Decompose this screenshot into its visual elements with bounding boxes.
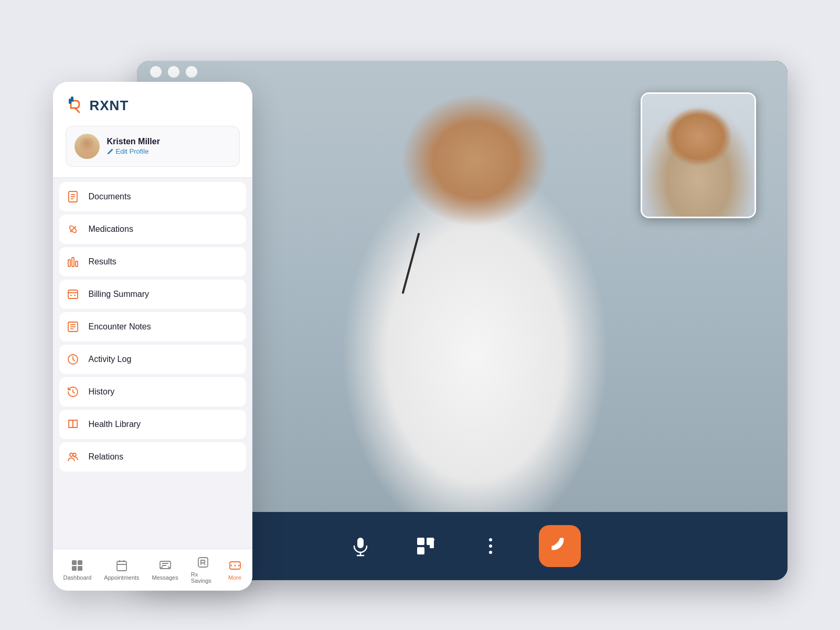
messages-nav-label: Messages (152, 574, 178, 581)
appointments-nav-icon (115, 559, 129, 572)
window-dot-3[interactable] (186, 66, 197, 78)
svg-line-19 (70, 226, 76, 232)
window-chrome (150, 66, 197, 78)
health-library-label: Health Library (89, 420, 141, 429)
svg-rect-21 (72, 258, 74, 266)
menu-list: Documents Medications (53, 178, 252, 479)
menu-item-history[interactable]: History (59, 377, 246, 407)
rx-savings-nav-label: Rx Savings (191, 571, 216, 584)
svg-point-48 (238, 565, 239, 567)
nav-rx-savings[interactable]: Rx Savings (185, 551, 222, 588)
user-info: Kristen Miller Edit Profile (107, 137, 231, 155)
menu-item-billing[interactable]: Billing Summary (59, 280, 246, 309)
menu-item-medications[interactable]: Medications (59, 215, 246, 244)
layout-button[interactable] (409, 529, 442, 563)
svg-rect-35 (78, 560, 82, 565)
edit-profile-link[interactable]: Edit Profile (107, 147, 231, 155)
svg-point-46 (230, 565, 232, 567)
billing-icon (66, 287, 80, 302)
svg-rect-10 (66, 97, 84, 115)
svg-rect-34 (72, 560, 77, 565)
menu-item-health-library[interactable]: Health Library (59, 410, 246, 439)
svg-rect-20 (68, 260, 70, 266)
appointments-nav-label: Appointments (104, 574, 139, 581)
clock-icon (66, 352, 80, 367)
chart-icon (66, 254, 80, 269)
user-avatar (75, 134, 100, 159)
relations-label: Relations (89, 452, 124, 462)
rxnt-logo-text: RXNT (90, 98, 129, 114)
nav-more[interactable]: More (222, 554, 248, 585)
menu-item-activity[interactable]: Activity Log (59, 345, 246, 374)
history-icon (66, 385, 80, 399)
bottom-nav: Dashboard Appointments (53, 549, 252, 591)
rxnt-icon (66, 97, 84, 115)
edit-profile-label: Edit Profile (116, 147, 149, 155)
svg-rect-23 (68, 290, 78, 298)
svg-rect-38 (117, 561, 126, 571)
results-label: Results (89, 257, 116, 266)
menu-item-encounter[interactable]: Encounter Notes (59, 312, 246, 341)
rx-nav-icon (196, 556, 210, 569)
rxnt-logo: RXNT (66, 97, 240, 115)
dashboard-nav-icon (70, 559, 84, 572)
window-dot-2[interactable] (168, 66, 179, 78)
history-label: History (89, 387, 115, 397)
svg-rect-3 (417, 538, 424, 545)
mobile-panel: RXNT Kristen Miller Edit Profile (53, 82, 252, 591)
svg-rect-6 (430, 544, 434, 548)
user-name: Kristen Miller (107, 137, 231, 146)
menu-item-documents[interactable]: Documents (59, 182, 246, 211)
svg-rect-43 (198, 558, 208, 567)
encounter-label: Encounter Notes (89, 322, 151, 332)
svg-rect-13 (71, 97, 73, 102)
svg-point-33 (73, 453, 76, 456)
svg-rect-36 (72, 566, 77, 571)
window-dot-1[interactable] (150, 66, 162, 78)
mic-button[interactable] (344, 529, 377, 563)
billing-label: Billing Summary (89, 290, 150, 299)
pill-icon (66, 222, 80, 237)
nav-dashboard[interactable]: Dashboard (57, 554, 98, 585)
activity-label: Activity Log (89, 355, 132, 364)
documents-label: Documents (89, 192, 131, 201)
svg-line-45 (204, 563, 205, 565)
patient-video (642, 94, 754, 217)
svg-point-7 (489, 538, 492, 541)
svg-rect-22 (76, 261, 78, 266)
book-icon (66, 417, 80, 432)
pip-window (641, 92, 756, 218)
menu-item-relations[interactable]: Relations (59, 442, 246, 472)
nav-appointments[interactable]: Appointments (98, 554, 145, 585)
svg-rect-0 (357, 538, 364, 548)
user-card[interactable]: Kristen Miller Edit Profile (66, 126, 240, 167)
end-call-button[interactable] (539, 525, 581, 567)
menu-item-results[interactable]: Results (59, 247, 246, 276)
svg-point-8 (489, 544, 492, 548)
nav-messages[interactable]: Messages (146, 554, 185, 585)
more-nav-icon (228, 559, 242, 572)
svg-point-9 (489, 551, 492, 554)
document-icon (66, 189, 80, 204)
dashboard-nav-label: Dashboard (63, 574, 92, 581)
svg-rect-37 (78, 566, 82, 571)
more-nav-label: More (228, 574, 241, 581)
svg-point-47 (234, 565, 236, 567)
svg-rect-5 (417, 547, 424, 554)
mobile-header: RXNT Kristen Miller Edit Profile (53, 82, 252, 178)
options-button[interactable] (474, 529, 507, 563)
medications-label: Medications (89, 225, 133, 234)
notes-icon (66, 319, 80, 334)
messages-nav-icon (158, 559, 172, 572)
relations-icon (66, 450, 80, 464)
